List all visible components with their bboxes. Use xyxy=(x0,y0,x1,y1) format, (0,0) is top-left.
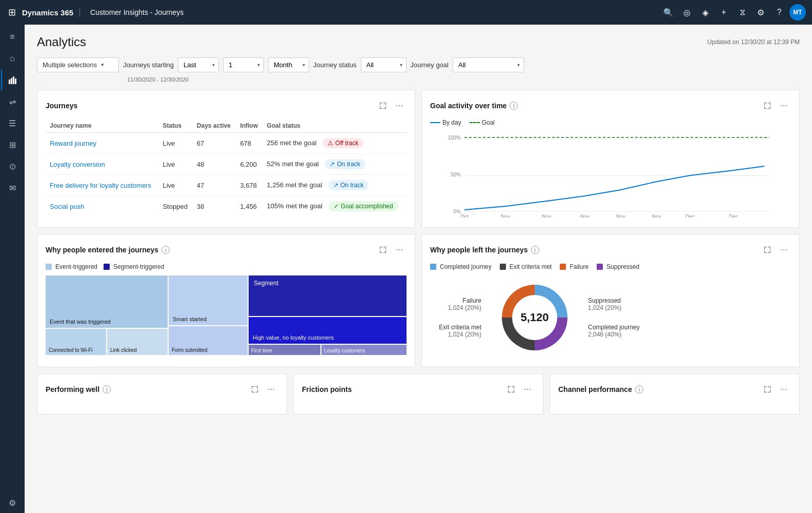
badge-icon: ↗ xyxy=(330,161,335,168)
table-row[interactable]: Loyalty conversion Live 48 6,200 52% met… xyxy=(46,154,407,175)
channel-header: Channel performance i ⋯ xyxy=(558,382,791,397)
sidebar-mail[interactable]: ✉ xyxy=(1,177,24,198)
page-header: Analytics Updated on 12/30/20 at 12:39 P… xyxy=(37,35,800,49)
cell-status: Stopped xyxy=(158,196,192,217)
journeys-more-btn[interactable]: ⋯ xyxy=(392,98,407,113)
search-icon[interactable]: 🔍 xyxy=(660,4,677,21)
period-select[interactable]: MonthWeekDay xyxy=(268,57,309,72)
last-select-wrapper[interactable]: LastNext ▾ xyxy=(178,57,219,72)
failure-value: 1,024 (20%) xyxy=(430,304,481,311)
why-entered-card: Why people entered the journeys i ⋯ Even… xyxy=(37,234,415,367)
why-entered-expand[interactable] xyxy=(376,243,390,257)
cell-inflow: 6,200 xyxy=(236,154,262,175)
friction-expand[interactable] xyxy=(504,382,518,397)
channel-info[interactable]: i xyxy=(635,385,643,393)
svg-text:Nov: Nov xyxy=(652,214,661,218)
completed-value: 2,048 (40%) xyxy=(588,331,644,338)
app-title: Dynamics 365 xyxy=(22,8,80,17)
help-icon[interactable]: ? xyxy=(771,4,787,21)
friction-actions: ⋯ xyxy=(504,382,535,397)
cell-days: 48 xyxy=(193,154,236,175)
performing-well-more[interactable]: ⋯ xyxy=(264,382,278,397)
svg-text:0%: 0% xyxy=(454,209,461,214)
new-icon[interactable]: + xyxy=(716,4,732,21)
sidebar-segment[interactable]: ⊙ xyxy=(1,156,24,176)
avatar[interactable]: MT xyxy=(789,4,806,21)
why-entered-more[interactable]: ⋯ xyxy=(392,243,407,257)
status-badge: ⚠ Off track xyxy=(322,138,363,148)
goal-label: Goal xyxy=(482,119,495,126)
table-row[interactable]: Free delivery for loyalty customers Live… xyxy=(46,175,407,196)
main-layout: ≡ ⌂ ⇌ ☰ ⊞ ⊙ ✉ ⚙ Analytics Updated on 12/… xyxy=(0,25,812,513)
sidebar-list[interactable]: ☰ xyxy=(1,113,24,133)
location-icon[interactable]: ◈ xyxy=(697,4,714,21)
why-left-expand[interactable] xyxy=(760,243,775,257)
performing-well-info[interactable]: i xyxy=(103,385,111,393)
why-left-card: Why people left the journeys i ⋯ Comple xyxy=(421,234,800,367)
why-left-more[interactable]: ⋯ xyxy=(777,243,791,257)
advanced-find-icon[interactable]: ⧖ xyxy=(734,4,750,21)
status-label: Journey status xyxy=(313,61,357,69)
friction-more[interactable]: ⋯ xyxy=(520,382,535,397)
settings-icon[interactable]: ⚙ xyxy=(753,4,769,21)
performing-well-expand[interactable] xyxy=(248,382,262,397)
legend-goal: Goal xyxy=(470,119,495,126)
sidebar-flows[interactable]: ⇌ xyxy=(1,91,24,112)
sidebar-settings[interactable]: ⚙ xyxy=(1,492,24,513)
sidebar-analytics[interactable] xyxy=(1,70,24,90)
table-row[interactable]: Reward journey Live 67 678 256 met the g… xyxy=(46,133,407,154)
goal-info-icon[interactable]: i xyxy=(510,102,518,110)
sidebar-hamburger[interactable]: ≡ xyxy=(1,27,24,47)
goal-expand-btn[interactable] xyxy=(760,98,775,113)
journeys-table: Journey name Status Days active Inflow G… xyxy=(46,119,407,216)
goal-select[interactable]: AllEmail openLink clickForm submission xyxy=(453,57,524,72)
treemap: Event that was triggered Connected to Wi… xyxy=(46,275,407,355)
why-entered-actions: ⋯ xyxy=(376,243,407,257)
status-select[interactable]: AllLiveStoppedDraft xyxy=(361,57,407,72)
channel-more[interactable]: ⋯ xyxy=(777,382,791,397)
num-select[interactable]: 1236 xyxy=(223,57,264,72)
page-title: Analytics xyxy=(37,35,86,49)
suppressed-value: 1,024 (20%) xyxy=(588,304,644,311)
why-left-info[interactable]: i xyxy=(531,246,539,254)
status-select-wrapper[interactable]: AllLiveStoppedDraft ▾ xyxy=(361,57,407,72)
why-entered-info[interactable]: i xyxy=(161,246,170,254)
journeys-expand-btn[interactable] xyxy=(376,98,390,113)
sidebar-home[interactable]: ⌂ xyxy=(1,48,24,69)
side-nav: ≡ ⌂ ⇌ ☰ ⊞ ⊙ ✉ ⚙ xyxy=(0,25,25,513)
suppressed-dot xyxy=(597,264,603,270)
waffle-icon[interactable]: ⊞ xyxy=(6,5,18,20)
why-left-title: Why people left the journeys xyxy=(430,246,528,254)
period-select-wrapper[interactable]: MonthWeekDay ▾ xyxy=(268,57,309,72)
performing-well-header: Performing well i ⋯ xyxy=(46,382,278,397)
treemap-cell-9: Loyalty customers xyxy=(321,345,407,355)
goal-more-btn[interactable]: ⋯ xyxy=(777,98,791,113)
goal-select-wrapper[interactable]: AllEmail openLink clickForm submission ▾ xyxy=(453,57,524,72)
goal-activity-card: Goal activity over time i ⋯ By day xyxy=(421,90,800,228)
table-row[interactable]: Social push Stopped 38 1,456 105% met th… xyxy=(46,196,407,217)
treemap-cell-1: Event that was triggered xyxy=(46,275,168,328)
svg-text:Nov: Nov xyxy=(616,214,625,218)
last-select[interactable]: LastNext xyxy=(178,57,219,72)
feedback-icon[interactable]: ◎ xyxy=(679,4,695,21)
failure-dot xyxy=(560,264,566,270)
sidebar-data[interactable]: ⊞ xyxy=(1,134,24,155)
channel-expand[interactable] xyxy=(760,382,775,397)
journeys-title-row: Journeys xyxy=(46,102,77,110)
num-select-wrapper[interactable]: 1236 ▾ xyxy=(223,57,264,72)
treemap-right-bottom: First time Loyalty customers xyxy=(249,345,407,355)
suppressed-legend-label: Suppressed xyxy=(606,263,639,270)
top-nav-actions: 🔍 ◎ ◈ + ⧖ ⚙ ? MT xyxy=(660,4,806,21)
friction-title-row: Friction points xyxy=(302,385,352,393)
failure-legend-label: Failure xyxy=(570,263,588,270)
donut-wrapper: Failure 1,024 (20%) Exit criteria met 1,… xyxy=(430,277,791,359)
cell-name: Loyalty conversion xyxy=(46,154,158,175)
exit-dot xyxy=(500,264,506,270)
legend-suppressed: Suppressed xyxy=(597,263,639,270)
cell-inflow: 678 xyxy=(236,133,262,154)
completed-legend-label: Completed journey xyxy=(440,263,492,270)
multi-select[interactable]: Multiple selections ▾ xyxy=(37,57,119,72)
col-journey-name: Journey name xyxy=(46,119,158,133)
multiselect-wrapper[interactable]: Multiple selections ▾ xyxy=(37,57,119,72)
goal-chart-legend: By day Goal xyxy=(430,119,791,126)
